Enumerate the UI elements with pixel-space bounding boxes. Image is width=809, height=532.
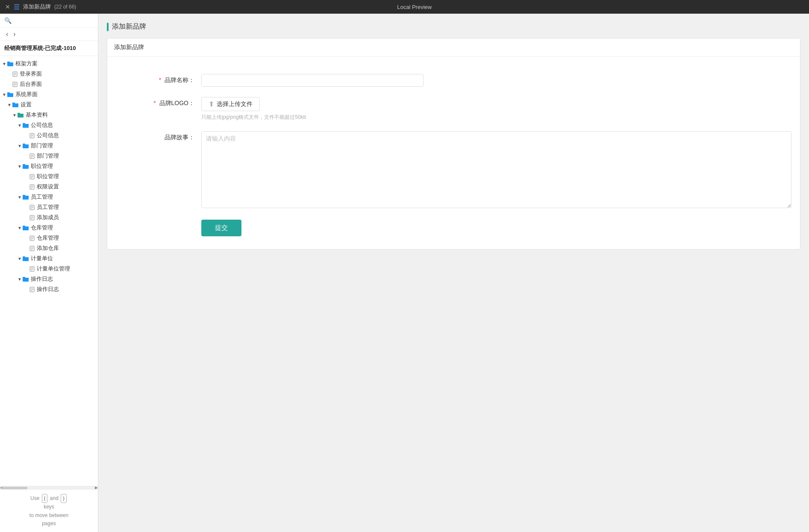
tree-item-计量单位管理page[interactable]: 计量单位管理 <box>0 264 98 274</box>
close-icon[interactable]: ✕ <box>5 3 10 10</box>
tree-label: 添加成员 <box>37 214 59 221</box>
arrow-icon: ▼ <box>17 256 22 261</box>
page-icon <box>29 286 35 292</box>
brand-logo-label: * 品牌LOGO： <box>116 97 201 107</box>
brand-logo-control: ⬆ 选择上传文件 只能上传jpg/png格式文件，文件不能超过50kb <box>201 97 424 121</box>
preview-title: Local Preview <box>397 4 432 10</box>
brand-name-input[interactable] <box>201 74 424 87</box>
window-title: 添加新品牌 <box>23 3 51 11</box>
tree-label: 部门管理 <box>31 142 53 150</box>
arrow-icon: ▼ <box>17 226 22 230</box>
tree-item-公司信息grp[interactable]: ▼ 公司信息 <box>0 120 98 130</box>
folder-icon-blue <box>7 60 14 67</box>
svg-rect-39 <box>23 195 25 197</box>
tree-item-添加仓库page[interactable]: 添加仓库 <box>0 243 98 253</box>
tree-item-仓库管理page[interactable]: 仓库管理 <box>0 233 98 243</box>
page-icon <box>29 173 35 179</box>
tree-item-职位管理grp[interactable]: ▼ 职位管理 <box>0 161 98 171</box>
hint-text-pages: pages <box>42 520 56 526</box>
arrow-icon: ▼ <box>17 164 22 169</box>
hint-text-use: Use <box>30 495 39 501</box>
folder-icon-blue <box>22 163 29 170</box>
tree-item-基本资料[interactable]: ▼ 基本资料 <box>0 110 98 120</box>
upload-file-button[interactable]: ⬆ 选择上传文件 <box>201 97 260 111</box>
brand-story-textarea[interactable] <box>201 131 791 208</box>
scroll-thumb[interactable] <box>2 487 27 489</box>
tree-label: 部门管理 <box>37 152 59 160</box>
key-left-badge: { <box>42 494 48 503</box>
tree-item-仓库管理grp[interactable]: ▼ 仓库管理 <box>0 223 98 233</box>
brand-story-label: 品牌故事： <box>116 131 201 141</box>
upload-hint: 只能上传jpg/png格式文件，文件不能超过50kb <box>201 114 424 121</box>
hint-text-move: to move between <box>29 512 68 518</box>
page-icon <box>29 266 35 272</box>
arrow-icon: ▼ <box>17 123 22 128</box>
required-star: * <box>153 100 156 106</box>
tree-item-操作日志page[interactable]: 操作日志 <box>0 284 98 294</box>
brand-story-control <box>201 131 791 209</box>
arrow-icon: ▼ <box>17 195 22 200</box>
label-text: 品牌名称： <box>165 76 194 83</box>
search-input[interactable] <box>14 18 94 24</box>
header-accent-bar <box>107 23 109 31</box>
tree-label: 职位管理 <box>37 173 59 180</box>
tree-label: 公司信息 <box>31 121 53 129</box>
folder-icon-teal <box>17 112 24 118</box>
svg-rect-49 <box>23 226 25 227</box>
tree-label: 仓库管理 <box>31 224 53 232</box>
svg-rect-17 <box>23 123 25 125</box>
page-header: 添加新品牌 <box>107 22 800 31</box>
form-row-brand-logo: * 品牌LOGO： ⬆ 选择上传文件 只能上传jpg/png格式文件，文件不能超… <box>116 97 791 121</box>
folder-icon-blue <box>22 122 29 129</box>
page-icon <box>29 153 35 159</box>
tree-item-计量单位grp[interactable]: ▼ 计量单位 <box>0 253 98 264</box>
svg-rect-13 <box>12 103 15 104</box>
arrow-icon: ▼ <box>7 103 12 107</box>
tree-item-员工管理page[interactable]: 员工管理 <box>0 202 98 212</box>
form-row-brand-story: 品牌故事： <box>116 131 791 209</box>
arrow-icon: ▼ <box>17 144 22 148</box>
tree-item-后台界面[interactable]: 后台界面 <box>0 79 98 89</box>
svg-rect-29 <box>23 164 25 166</box>
svg-rect-59 <box>23 256 25 258</box>
tree-item-框架方案[interactable]: ▼ 框架方案 <box>0 59 98 69</box>
page-icon <box>29 215 35 220</box>
tree-item-系统界面[interactable]: ▼ 系统界面 <box>0 89 98 100</box>
tree-item-添加成员page[interactable]: 添加成员 <box>0 212 98 223</box>
page-icon <box>29 204 35 210</box>
tree-label: 基本资料 <box>26 111 48 119</box>
svg-rect-23 <box>23 144 25 145</box>
scroll-right-icon[interactable]: ▶ <box>95 486 98 489</box>
tree-item-操作日志grp[interactable]: ▼ 操作日志 <box>0 274 98 284</box>
page-icon <box>29 245 35 251</box>
arrow-icon: ▼ <box>2 92 7 97</box>
nav-next-button[interactable]: › <box>12 29 17 39</box>
label-text: 品牌LOGO： <box>159 100 194 106</box>
nav-prev-button[interactable]: ‹ <box>4 29 10 39</box>
tree-item-部门管理page[interactable]: 部门管理 <box>0 151 98 161</box>
tree-item-权限设置page[interactable]: 权限设置 <box>0 182 98 192</box>
form-actions: 提交 <box>116 220 791 236</box>
cloud-upload-icon: ⬆ <box>209 100 214 108</box>
sidebar-search-bar[interactable]: 🔍 <box>0 14 98 28</box>
arrow-icon: ▼ <box>17 277 22 282</box>
tree-item-职位管理page[interactable]: 职位管理 <box>0 171 98 182</box>
form-card: 添加新品牌 * 品牌名称： * 品牌LOGO： <box>107 38 800 250</box>
tree-item-部门管理grp[interactable]: ▼ 部门管理 <box>0 141 98 151</box>
tree-item-设置[interactable]: ▼ 设置 <box>0 100 98 110</box>
project-name: 经销商管理系统-已完成-1010 <box>0 41 98 56</box>
arrow-icon: ▼ <box>2 62 7 66</box>
tree-label: 公司信息 <box>37 132 59 139</box>
label-text: 品牌故事： <box>165 134 194 141</box>
submit-button[interactable]: 提交 <box>201 220 241 236</box>
tree-label: 权限设置 <box>37 183 59 191</box>
tree-item-公司信息page[interactable]: 公司信息 <box>0 130 98 141</box>
svg-rect-15 <box>18 113 20 115</box>
horizontal-scrollbar[interactable]: ◀ ▶ <box>0 486 98 489</box>
page-icon <box>29 132 35 138</box>
tree-item-登录界面[interactable]: 登录界面 <box>0 69 98 79</box>
folder-icon-blue <box>22 276 29 282</box>
upload-label: 选择上传文件 <box>217 100 253 108</box>
brand-name-control <box>201 74 424 87</box>
tree-item-员工管理grp[interactable]: ▼ 员工管理 <box>0 192 98 202</box>
